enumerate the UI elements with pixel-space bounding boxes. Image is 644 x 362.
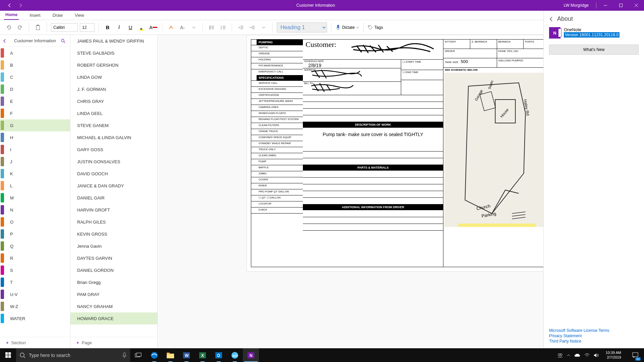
section-item[interactable]: F: [0, 107, 70, 119]
start-button[interactable]: [0, 348, 16, 362]
section-item[interactable]: U-V: [0, 288, 70, 300]
tags-button[interactable]: Tags: [368, 25, 383, 30]
notification-button[interactable]: 22: [628, 348, 643, 362]
section-item[interactable]: S: [0, 264, 70, 276]
wifi-icon[interactable]: [584, 353, 590, 357]
onedrive-icon[interactable]: [574, 353, 580, 357]
redo-button[interactable]: [15, 23, 25, 32]
italic-button[interactable]: I: [114, 23, 124, 32]
page-item[interactable]: HARVIN GROFT: [70, 204, 157, 216]
section-item[interactable]: O: [0, 216, 70, 228]
word-app[interactable]: W: [178, 348, 195, 362]
excel-app[interactable]: X: [195, 348, 211, 362]
tray-up-icon[interactable]: [567, 354, 570, 357]
underline-button[interactable]: U: [126, 23, 135, 32]
page-item[interactable]: JUSTIN GONSALVES: [70, 156, 157, 168]
whats-new-button[interactable]: What's New: [549, 45, 639, 55]
explorer-app[interactable]: [162, 348, 178, 362]
page-item[interactable]: NANCY GRAHAM: [70, 300, 157, 312]
page-item[interactable]: RALPH GILES: [70, 216, 157, 228]
thirdparty-link[interactable]: Third Party Notice: [549, 339, 609, 344]
add-page-button[interactable]: +Page: [70, 337, 157, 348]
add-section-button[interactable]: +Section: [0, 337, 70, 348]
section-item[interactable]: P: [0, 228, 70, 240]
bullets-button[interactable]: [207, 23, 216, 32]
format-painter-button[interactable]: A↓: [178, 23, 187, 32]
dictate-button[interactable]: Dictate: [335, 24, 359, 31]
page-item[interactable]: MICHAEL & LINDA GALVIN: [70, 131, 157, 143]
section-item[interactable]: R: [0, 252, 70, 264]
section-item[interactable]: E: [0, 95, 70, 107]
search-icon[interactable]: [61, 39, 67, 43]
style-select[interactable]: Heading 1: [277, 22, 327, 33]
taskbar-clock[interactable]: 10:39 AM 2/7/2019: [603, 351, 624, 359]
clear-format-button[interactable]: [166, 23, 176, 32]
page-item[interactable]: ROBERT GERSHON: [70, 59, 157, 71]
license-link[interactable]: Microsoft Software License Terms: [549, 328, 609, 333]
nav-forward-icon[interactable]: [18, 3, 23, 8]
outdent-button[interactable]: [236, 23, 246, 32]
section-item[interactable]: Q: [0, 240, 70, 252]
numbering-button[interactable]: 123: [218, 23, 228, 32]
page-item[interactable]: DAVID GOOCH: [70, 168, 157, 180]
font-family-input[interactable]: [51, 23, 78, 32]
page-item[interactable]: DANIEL GAIR: [70, 192, 157, 204]
section-item[interactable]: M: [0, 192, 70, 204]
section-item[interactable]: G: [0, 119, 70, 131]
section-item[interactable]: W-Z: [0, 300, 70, 312]
page-item[interactable]: CHRIS GRAY: [70, 95, 157, 107]
section-item[interactable]: K: [0, 168, 70, 180]
privacy-link[interactable]: Privacy Statement: [549, 334, 609, 338]
page-item[interactable]: GARY GOSS: [70, 143, 157, 156]
close-button[interactable]: [629, 0, 644, 11]
edge-app[interactable]: [146, 348, 162, 362]
task-view-button[interactable]: [130, 348, 146, 362]
notebook-title[interactable]: Customer Information: [11, 38, 59, 43]
page-item[interactable]: STEVE GALBADIS: [70, 47, 157, 59]
maximize-button[interactable]: [613, 0, 629, 11]
page-item[interactable]: DANIEL GORDON: [70, 264, 157, 276]
undo-button[interactable]: [4, 23, 13, 32]
section-item[interactable]: L: [0, 180, 70, 192]
font-size-input[interactable]: [80, 23, 95, 32]
section-item[interactable]: T: [0, 276, 70, 288]
tab-home[interactable]: Home: [4, 11, 19, 20]
user-name[interactable]: LW Morgridge: [558, 3, 595, 8]
bold-button[interactable]: B: [103, 23, 112, 32]
volume-icon[interactable]: [594, 353, 599, 358]
section-item[interactable]: D: [0, 83, 70, 95]
page-item[interactable]: LINDA GOW: [70, 71, 157, 83]
notebook-back-icon[interactable]: [3, 39, 9, 43]
page-item[interactable]: J. F. GORMAN: [70, 83, 157, 95]
page-item[interactable]: KEVIN GROSS: [70, 228, 157, 240]
section-item[interactable]: J: [0, 156, 70, 168]
section-item[interactable]: B: [0, 59, 70, 71]
outlook-app[interactable]: O: [211, 348, 227, 362]
more-format-button[interactable]: [189, 23, 199, 32]
indent-button[interactable]: [248, 23, 257, 32]
highlight-button[interactable]: [137, 23, 147, 32]
paragraph-more-button[interactable]: [259, 23, 268, 32]
page-item[interactable]: Jenna Gavin: [70, 240, 157, 252]
section-item[interactable]: H: [0, 131, 70, 143]
page-item[interactable]: DAYTES GARVIN: [70, 252, 157, 264]
paste-button[interactable]: [33, 23, 43, 32]
act-app[interactable]: act!: [227, 348, 243, 362]
section-item[interactable]: C: [0, 71, 70, 83]
nav-back-icon[interactable]: [7, 3, 12, 8]
onenote-app[interactable]: N: [243, 348, 259, 362]
about-back-icon[interactable]: [549, 17, 554, 21]
page-item[interactable]: HOWARD GRACE: [70, 312, 157, 324]
page-item[interactable]: STEVE GANEM: [70, 119, 157, 131]
page-item[interactable]: PAM GRAY: [70, 288, 157, 300]
tab-draw[interactable]: Draw: [51, 11, 64, 20]
taskbar-search[interactable]: Type here to search: [16, 349, 130, 362]
section-item[interactable]: I: [0, 143, 70, 156]
page-item[interactable]: Brian Gregg: [70, 276, 157, 288]
section-item[interactable]: WATER: [0, 312, 70, 324]
minimize-button[interactable]: [598, 0, 613, 11]
font-color-button[interactable]: A: [149, 23, 158, 32]
page-item[interactable]: JAMES PAUL & WENDY GRIFFIN: [70, 35, 157, 47]
tab-view[interactable]: View: [73, 11, 86, 20]
page-item[interactable]: JANICE & DAN GRADY: [70, 180, 157, 192]
